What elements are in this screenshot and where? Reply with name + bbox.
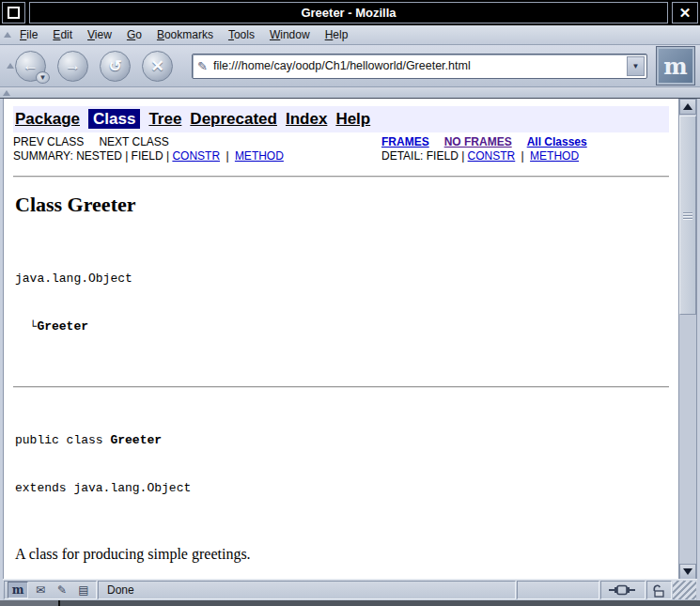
detail-method-link[interactable]: METHOD — [530, 149, 579, 163]
scroll-up-button[interactable] — [679, 99, 696, 115]
hierarchy-child-line: └Greeter — [15, 319, 669, 334]
mozilla-logo-button[interactable]: m — [657, 47, 694, 85]
online-status-button[interactable] — [600, 581, 646, 599]
declared-class-name: Greeter — [110, 433, 162, 447]
page-title: Class Greeter — [15, 193, 669, 217]
arrow-up-icon — [683, 103, 692, 110]
summary-prefix: SUMMARY: NESTED | FIELD | — [13, 149, 169, 163]
navigator-icon[interactable]: m — [8, 582, 28, 598]
nav-deprecated-link[interactable]: Deprecated — [190, 110, 277, 128]
no-frames-link[interactable]: NO FRAMES — [444, 135, 512, 148]
declaration-line2: extends java.lang.Object — [15, 480, 669, 496]
subnav-right: FRAMESNO FRAMESAll Classes DETAIL: FIELD… — [381, 135, 669, 163]
reload-icon: ↺ — [108, 56, 121, 76]
javadoc-page: PackageClassTreeDeprecatedIndexHelp PREV… — [4, 99, 678, 580]
menubar: File Edit View Go Bookmarks Tools Window… — [0, 25, 700, 45]
menu-go[interactable]: Go — [119, 27, 149, 42]
prev-class-label: PREV CLASS — [13, 135, 84, 148]
back-button[interactable]: ← ▼ — [15, 51, 46, 82]
navigation-toolbar: ← ▼ → ↺ ✕ ✎ ▼ m — [0, 45, 700, 87]
all-classes-link[interactable]: All Classes — [527, 135, 587, 148]
hierarchy-connector: └ — [15, 319, 37, 334]
back-history-dropdown[interactable]: ▼ — [36, 71, 50, 84]
window-menu-icon — [8, 7, 20, 19]
grippy-icon — [7, 63, 14, 69]
browser-window: Greeter - Mozilla ✕ File Edit View Go Bo… — [0, 0, 700, 606]
subnav-left: PREV CLASSNEXT CLASS SUMMARY: NESTED | F… — [13, 135, 284, 163]
menu-tools[interactable]: Tools — [221, 27, 262, 42]
scroll-down-button[interactable] — [679, 564, 696, 580]
stop-button[interactable]: ✕ — [142, 51, 173, 82]
nav-tree-link[interactable]: Tree — [148, 110, 181, 128]
summary-method-link[interactable]: METHOD — [235, 149, 284, 163]
window-bottom-edge — [0, 600, 700, 606]
menu-help[interactable]: Help — [318, 27, 356, 42]
status-text-area: Done — [98, 581, 516, 599]
page-proxy-icon: ✎ — [197, 59, 208, 73]
reload-button[interactable]: ↺ — [100, 51, 131, 82]
nav-help-link[interactable]: Help — [335, 110, 370, 128]
hierarchy-parent: java.lang.Object — [15, 271, 669, 287]
url-input[interactable] — [211, 58, 627, 73]
vertical-scrollbar[interactable] — [678, 99, 696, 580]
stop-icon: ✕ — [150, 56, 163, 76]
mail-icon[interactable]: ✉ — [31, 583, 50, 598]
unlocked-padlock-icon — [652, 583, 666, 598]
composer-icon[interactable]: ✎ — [53, 583, 71, 598]
menu-edit[interactable]: Edit — [45, 27, 80, 42]
forward-icon: → — [65, 56, 81, 75]
thumb-grip — [683, 215, 692, 216]
chevron-down-icon: ▼ — [39, 73, 47, 82]
plug-icon — [609, 584, 637, 596]
nav-index-link[interactable]: Index — [286, 110, 327, 128]
scrollbar-thumb[interactable] — [679, 116, 696, 315]
summary-constr-link[interactable]: CONSTR — [172, 149, 220, 163]
address-book-icon[interactable]: ▤ — [74, 583, 93, 598]
summary-row: SUMMARY: NESTED | FIELD | CONSTR | METHO… — [13, 149, 284, 163]
titlebar-title-area[interactable]: Greeter - Mozilla — [29, 2, 668, 23]
menu-window[interactable]: Window — [262, 27, 318, 42]
nav-class-current: Class — [88, 109, 140, 129]
mozilla-m-icon: m — [663, 53, 687, 80]
arrow-down-icon — [683, 568, 692, 575]
separator: | — [521, 149, 524, 163]
menu-bookmarks[interactable]: Bookmarks — [149, 27, 221, 42]
browser-viewport: PackageClassTreeDeprecatedIndexHelp PREV… — [3, 99, 697, 580]
horizontal-rule — [13, 386, 669, 388]
grippy-icon — [4, 32, 11, 38]
menubar-grippy[interactable] — [3, 25, 12, 44]
window-menu-button[interactable] — [2, 2, 25, 23]
hierarchy-class-name: Greeter — [37, 319, 88, 334]
thumb-grip — [683, 212, 692, 213]
close-button[interactable]: ✕ — [672, 2, 698, 23]
class-declaration: public class Greeter extends java.lang.O… — [15, 400, 669, 528]
thumb-grip — [683, 218, 692, 219]
javadoc-subnav: PREV CLASSNEXT CLASS SUMMARY: NESTED | F… — [13, 135, 669, 163]
url-bar: ✎ ▼ — [192, 54, 647, 79]
nav-package-link[interactable]: Package — [15, 110, 80, 128]
toolbar-grippy[interactable] — [6, 45, 15, 86]
separator: | — [226, 149, 228, 163]
titlebar: Greeter - Mozilla ✕ — [0, 0, 700, 25]
window-resize-grip[interactable] — [673, 581, 696, 599]
url-history-dropdown[interactable]: ▼ — [627, 56, 645, 76]
menu-file[interactable]: File — [12, 27, 45, 42]
detail-row: DETAIL: FIELD | CONSTR | METHOD — [381, 149, 669, 163]
menu-view[interactable]: View — [80, 27, 119, 42]
javadoc-navbar: PackageClassTreeDeprecatedIndexHelp — [13, 106, 669, 132]
statusbar-spacer — [517, 581, 599, 599]
personal-toolbar-grippy[interactable] — [2, 87, 11, 98]
statusbar: m ✉ ✎ ▤ Done — [3, 579, 697, 600]
chevron-down-icon: ▼ — [632, 62, 640, 70]
window-title: Greeter - Mozilla — [301, 6, 396, 20]
forward-button[interactable]: → — [57, 51, 88, 82]
frames-link[interactable]: FRAMES — [381, 135, 429, 148]
grippy-icon — [3, 90, 10, 96]
horizontal-rule — [13, 176, 669, 178]
back-icon: ← — [23, 56, 39, 75]
bottom-edge-segment — [0, 600, 60, 606]
collapsed-personal-toolbar — [0, 87, 700, 99]
detail-prefix: DETAIL: FIELD | — [381, 149, 464, 163]
security-button[interactable] — [646, 581, 672, 599]
detail-constr-link[interactable]: CONSTR — [468, 149, 516, 163]
